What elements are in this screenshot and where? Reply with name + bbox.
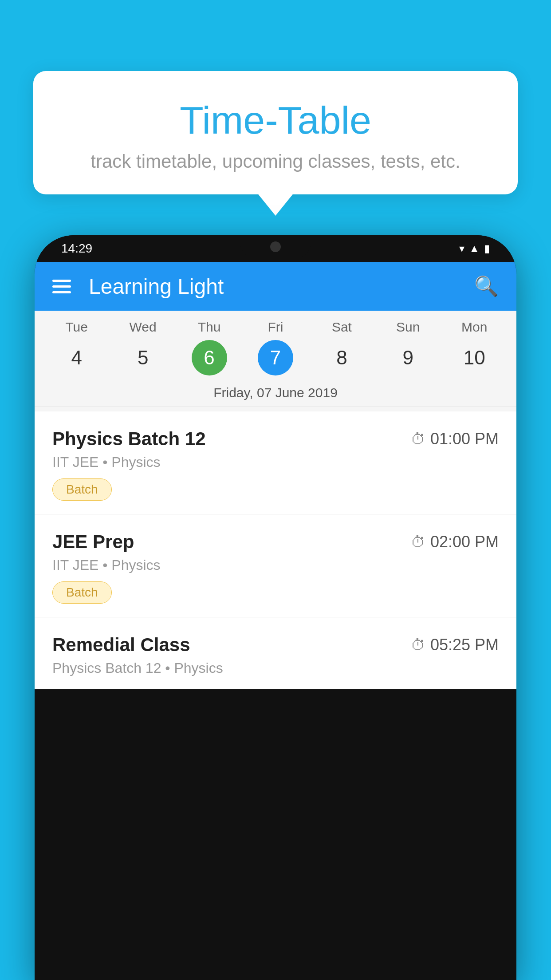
search-icon[interactable]: 🔍 [474, 275, 499, 298]
app-bar-title: Learning Light [89, 274, 457, 299]
day-col-sun[interactable]: Sun 9 [379, 320, 437, 375]
schedule-item-2[interactable]: JEE Prep ⏱ 02:00 PM IIT JEE • Physics Ba… [35, 514, 516, 617]
day-col-thu[interactable]: Thu 6 [181, 320, 238, 375]
clock-icon-3: ⏱ [411, 636, 426, 654]
day-col-tue[interactable]: Tue 4 [48, 320, 106, 375]
status-bar: 14:29 ▾ ▲ ▮ [35, 235, 516, 262]
schedule-item-1-sub: IIT JEE • Physics [52, 454, 499, 470]
day-num-4: 4 [59, 340, 94, 375]
day-col-sat[interactable]: Sat 8 [313, 320, 370, 375]
day-name-sun: Sun [396, 320, 420, 335]
day-col-mon[interactable]: Mon 10 [445, 320, 503, 375]
schedule-item-1-time: ⏱ 01:00 PM [411, 430, 499, 448]
schedule-item-3-header: Remedial Class ⏱ 05:25 PM [52, 634, 499, 656]
day-num-9: 9 [390, 340, 426, 375]
batch-badge-2: Batch [52, 581, 112, 604]
schedule-item-2-sub: IIT JEE • Physics [52, 557, 499, 573]
tooltip-card: Time-Table track timetable, upcoming cla… [33, 71, 518, 194]
days-row: Tue 4 Wed 5 Thu 6 Fri 7 Sat 8 Sun 9 [35, 320, 516, 375]
day-num-5: 5 [125, 340, 161, 375]
day-num-8: 8 [324, 340, 359, 375]
schedule-item-3-title: Remedial Class [52, 634, 190, 656]
clock-icon-2: ⏱ [411, 533, 426, 551]
app-bar: Learning Light 🔍 [35, 262, 516, 311]
day-name-mon: Mon [461, 320, 487, 335]
day-name-tue: Tue [65, 320, 88, 335]
signal-icon: ▲ [469, 242, 480, 255]
schedule-item-3-sub: Physics Batch 12 • Physics [52, 660, 499, 676]
phone-camera [270, 241, 281, 252]
day-name-fri: Fri [268, 320, 283, 335]
schedule-list: Physics Batch 12 ⏱ 01:00 PM IIT JEE • Ph… [35, 411, 516, 689]
schedule-item-2-time: ⏱ 02:00 PM [411, 533, 499, 551]
schedule-item-3[interactable]: Remedial Class ⏱ 05:25 PM Physics Batch … [35, 617, 516, 689]
day-num-6: 6 [192, 340, 227, 375]
day-name-thu: Thu [198, 320, 221, 335]
schedule-item-1[interactable]: Physics Batch 12 ⏱ 01:00 PM IIT JEE • Ph… [35, 411, 516, 514]
batch-badge-1: Batch [52, 478, 112, 501]
day-col-fri[interactable]: Fri 7 [247, 320, 304, 375]
selected-date-label: Friday, 07 June 2019 [35, 379, 516, 407]
day-num-10: 10 [457, 340, 492, 375]
schedule-item-3-time: ⏱ 05:25 PM [411, 636, 499, 654]
day-name-sat: Sat [332, 320, 352, 335]
wifi-icon: ▾ [459, 242, 464, 255]
calendar-strip: Tue 4 Wed 5 Thu 6 Fri 7 Sat 8 Sun 9 [35, 311, 516, 411]
battery-icon: ▮ [484, 242, 490, 255]
phone-frame: 14:29 ▾ ▲ ▮ Learning Light 🔍 Tue 4 Wed [35, 235, 516, 980]
day-name-wed: Wed [130, 320, 157, 335]
day-num-7: 7 [258, 340, 293, 375]
tooltip-subtitle: track timetable, upcoming classes, tests… [60, 151, 491, 172]
tooltip-title: Time-Table [60, 98, 491, 143]
schedule-item-1-title: Physics Batch 12 [52, 428, 206, 450]
day-col-wed[interactable]: Wed 5 [114, 320, 172, 375]
status-time: 14:29 [61, 241, 92, 256]
schedule-item-2-title: JEE Prep [52, 531, 134, 553]
schedule-item-1-header: Physics Batch 12 ⏱ 01:00 PM [52, 428, 499, 450]
status-icons: ▾ ▲ ▮ [459, 242, 490, 255]
phone-notch [240, 235, 311, 258]
hamburger-icon[interactable] [52, 280, 71, 293]
clock-icon-1: ⏱ [411, 431, 426, 448]
schedule-item-2-header: JEE Prep ⏱ 02:00 PM [52, 531, 499, 553]
